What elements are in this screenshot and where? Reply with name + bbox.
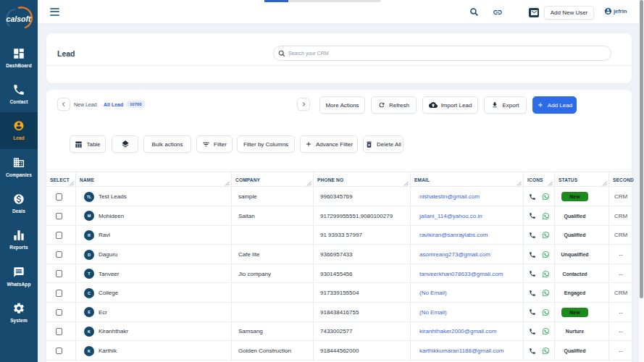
svg-text:calsoft: calsoft [7,14,31,23]
